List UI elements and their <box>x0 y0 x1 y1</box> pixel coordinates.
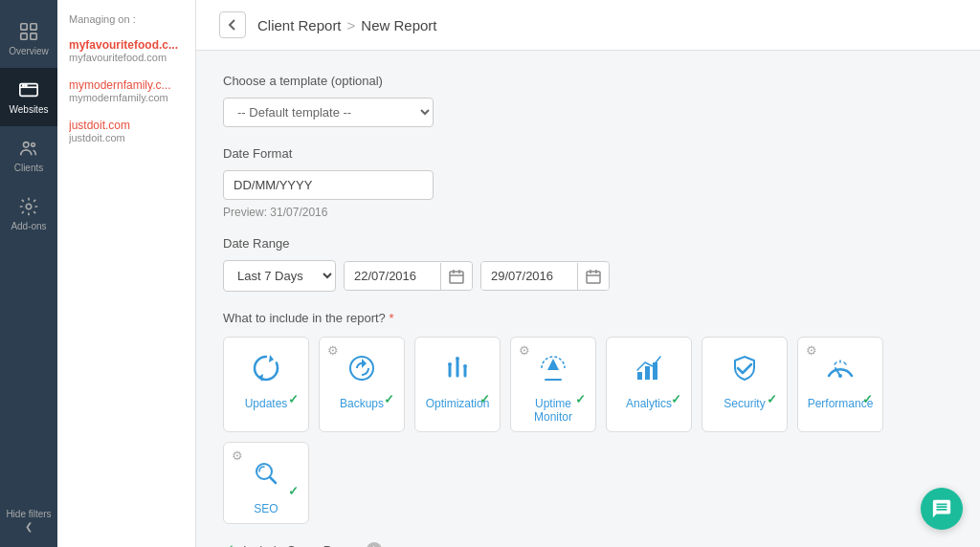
nav-item-websites[interactable]: Websites <box>0 68 57 126</box>
start-date-input[interactable] <box>345 262 440 290</box>
module-optimization[interactable]: ✓ Optimization <box>414 337 501 432</box>
optimization-icon <box>436 347 479 389</box>
svg-point-7 <box>24 142 30 148</box>
backups-check: ✓ <box>384 392 394 406</box>
analytics-label: Analytics <box>626 397 672 410</box>
security-label: Security <box>724 397 765 410</box>
template-select[interactable]: -- Default template -- <box>223 98 434 127</box>
info-icon[interactable]: i <box>367 542 382 547</box>
seo-gear-icon: ⚙ <box>232 449 243 463</box>
cover-pages-check-icon: ✓ <box>223 541 235 547</box>
back-button[interactable] <box>219 11 246 38</box>
svg-rect-3 <box>31 33 36 39</box>
content-area: Choose a template (optional) -- Default … <box>196 51 980 547</box>
site-url: myfavouritefood.com <box>69 52 184 63</box>
security-icon <box>724 347 766 389</box>
module-seo[interactable]: ⚙ ✓ SEO <box>223 442 309 524</box>
svg-rect-20 <box>645 366 650 380</box>
breadcrumb-separator: > <box>347 17 356 33</box>
left-nav: Overview Websites Clients Add-ons Hide f… <box>0 0 57 547</box>
performance-check: ✓ <box>862 392 873 406</box>
nav-bottom: Hide filters ❮ <box>0 509 57 547</box>
nav-item-overview[interactable]: Overview <box>0 10 57 68</box>
backups-icon <box>341 347 383 389</box>
svg-rect-10 <box>450 272 463 283</box>
site-item-myfavouritefood[interactable]: myfavouritefood.c... myfavouritefood.com <box>57 33 195 69</box>
chat-bubble[interactable] <box>921 488 963 530</box>
breadcrumb-new-report: New Report <box>361 17 436 33</box>
svg-rect-11 <box>587 272 600 283</box>
svg-point-16 <box>448 362 452 366</box>
seo-label: SEO <box>254 502 278 515</box>
nav-item-addons[interactable]: Add-ons <box>0 185 57 243</box>
start-date-picker <box>344 261 473 291</box>
date-preview: Preview: 31/07/2016 <box>223 206 953 219</box>
end-date-picker <box>480 261 610 291</box>
site-item-mymodernfamily[interactable]: mymodernfamily.c... mymodernfamily.com <box>57 73 195 109</box>
analytics-icon <box>628 347 670 389</box>
uptime-gear-icon: ⚙ <box>519 343 530 358</box>
analytics-check: ✓ <box>671 392 681 406</box>
site-name: justdoit.com <box>69 119 184 132</box>
end-date-input[interactable] <box>481 262 577 290</box>
updates-check: ✓ <box>288 392 299 406</box>
svg-point-6 <box>26 85 27 86</box>
site-url: mymodernfamily.com <box>69 92 184 103</box>
svg-point-18 <box>463 364 467 368</box>
updates-icon <box>245 347 287 389</box>
svg-rect-2 <box>21 33 27 39</box>
start-date-calendar-btn[interactable] <box>440 263 472 290</box>
security-check: ✓ <box>767 392 777 406</box>
required-marker: * <box>389 311 393 325</box>
svg-point-17 <box>456 357 459 361</box>
date-range-label: Date Range <box>223 236 953 251</box>
site-item-justdoit[interactable]: justdoit.com justdoit.com <box>57 113 195 149</box>
template-label: Choose a template (optional) <box>223 74 953 88</box>
performance-icon <box>819 347 861 389</box>
site-name: mymodernfamily.c... <box>69 78 184 92</box>
svg-point-22 <box>838 374 842 378</box>
hide-filters-btn[interactable]: Hide filters ❮ <box>6 509 51 532</box>
date-format-input[interactable] <box>223 170 434 200</box>
module-updates[interactable]: ✓ Updates <box>223 337 309 432</box>
template-section: Choose a template (optional) -- Default … <box>223 74 953 127</box>
seo-icon <box>245 452 287 494</box>
managing-label: Managing on : <box>57 10 195 33</box>
sidebar: Managing on : myfavouritefood.c... myfav… <box>57 0 196 547</box>
include-label: What to include in the report? * <box>223 311 953 325</box>
svg-point-8 <box>32 143 35 147</box>
date-format-label: Date Format <box>223 146 953 161</box>
breadcrumb: Client Report > New Report <box>257 17 437 33</box>
module-performance[interactable]: ⚙ ✓ Performance <box>797 337 883 432</box>
date-range-select[interactable]: Last 7 DaysLast 30 DaysCustom <box>223 260 336 292</box>
uptime-check: ✓ <box>575 392 586 406</box>
page-header: Client Report > New Report <box>196 0 980 51</box>
nav-item-clients[interactable]: Clients <box>0 126 57 185</box>
svg-rect-0 <box>21 24 27 30</box>
breadcrumb-client-report: Client Report <box>257 17 342 33</box>
date-range-row: Last 7 DaysLast 30 DaysCustom <box>223 260 953 292</box>
backups-gear-icon: ⚙ <box>327 343 339 358</box>
site-url: justdoit.com <box>69 132 184 143</box>
date-range-section: Date Range Last 7 DaysLast 30 DaysCustom <box>223 236 953 292</box>
main-area: Client Report > New Report Choose a temp… <box>196 0 980 547</box>
modules-row: ✓ Updates ⚙ ✓ Backups <box>223 337 953 524</box>
uptime-icon <box>532 347 574 389</box>
cover-pages-row: ✓ Include Cover Pages i <box>223 541 953 547</box>
cover-pages-label: Include Cover Pages <box>243 543 359 548</box>
svg-point-5 <box>23 85 24 86</box>
optimization-check: ✓ <box>479 392 490 406</box>
end-date-calendar-btn[interactable] <box>577 263 609 290</box>
performance-gear-icon: ⚙ <box>806 343 817 358</box>
svg-rect-19 <box>637 372 642 380</box>
include-section: What to include in the report? * ✓ <box>223 311 953 524</box>
updates-label: Updates <box>245 397 288 410</box>
module-backups[interactable]: ⚙ ✓ Backups <box>319 337 405 432</box>
module-analytics[interactable]: ✓ Analytics <box>606 337 692 432</box>
module-security[interactable]: ✓ Security <box>702 337 788 432</box>
svg-point-9 <box>26 204 32 209</box>
seo-check: ✓ <box>288 484 299 498</box>
backups-label: Backups <box>340 397 384 410</box>
module-uptime[interactable]: ⚙ ✓ Uptime Monitor <box>510 337 596 432</box>
site-name: myfavouritefood.c... <box>69 38 184 52</box>
